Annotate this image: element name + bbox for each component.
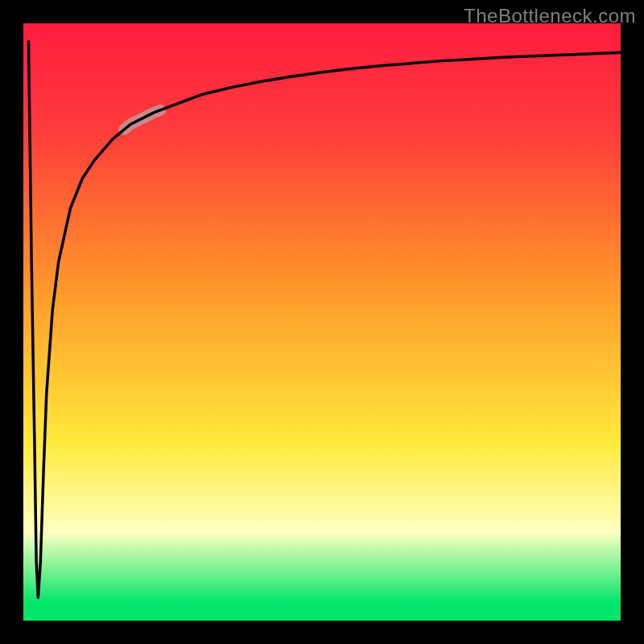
attribution-text: TheBottleneck.com	[464, 5, 636, 27]
chart-container: TheBottleneck.com	[0, 0, 644, 644]
chart-svg	[0, 0, 644, 644]
plot-background-gradient	[23, 23, 621, 621]
